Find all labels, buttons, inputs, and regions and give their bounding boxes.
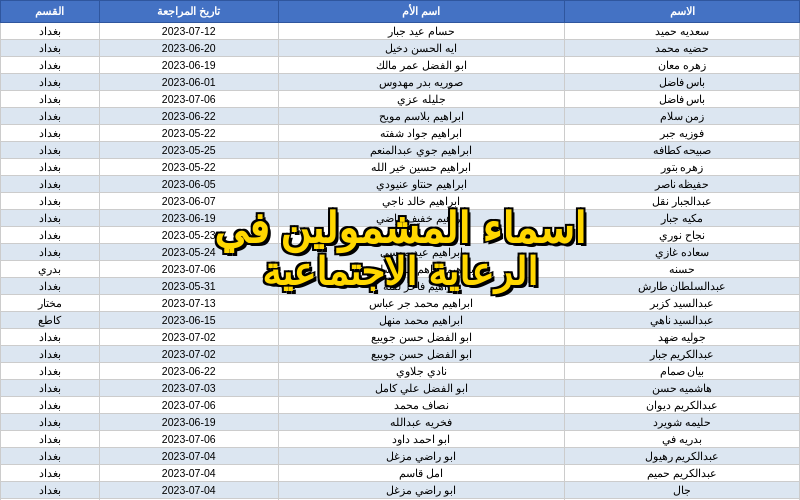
cell-mother: ابراهيم عياهم عود شلش bbox=[278, 261, 564, 278]
cell-dept: بغداد bbox=[1, 244, 100, 261]
cell-date: 2023-07-12 bbox=[99, 23, 278, 40]
table-row: عبدالكريم ديواننصاف محمد2023-07-06بغداد bbox=[1, 397, 800, 414]
cell-mother: ابراهيم محمد جر عباس bbox=[278, 295, 564, 312]
cell-mother: ابو راضي مزغل bbox=[278, 448, 564, 465]
table-row: زهره معانابو الفضل عمر مالك2023-06-19بغد… bbox=[1, 57, 800, 74]
cell-date: 2023-05-23 bbox=[99, 227, 278, 244]
cell-dept: بغداد bbox=[1, 482, 100, 499]
table-row: باس فاضلجليله عزي2023-07-06بغداد bbox=[1, 91, 800, 108]
cell-dept: بغداد bbox=[1, 142, 100, 159]
cell-mother: ابو الفضل عمر مالك bbox=[278, 57, 564, 74]
cell-name: حضيه محمد bbox=[565, 40, 800, 57]
cell-dept: بغداد bbox=[1, 465, 100, 482]
cell-date: 2023-06-22 bbox=[99, 363, 278, 380]
table-row: عبدالكريم حميمامل قاسم2023-07-04بغداد bbox=[1, 465, 800, 482]
cell-dept: بغداد bbox=[1, 57, 100, 74]
cell-date: 2023-07-06 bbox=[99, 431, 278, 448]
cell-mother: رسميه محمد bbox=[278, 227, 564, 244]
cell-mother: جليله عزي bbox=[278, 91, 564, 108]
cell-mother: ابراهيم خالد ناجي bbox=[278, 193, 564, 210]
cell-name: عبدالكريم حميم bbox=[565, 465, 800, 482]
cell-mother: ابراهيم جواد شفته bbox=[278, 125, 564, 142]
cell-date: 2023-07-04 bbox=[99, 465, 278, 482]
table-row: سعاده غازيابراهيم عيد موسى2023-05-24بغدا… bbox=[1, 244, 800, 261]
cell-date: 2023-05-22 bbox=[99, 159, 278, 176]
cell-name: بدريه في bbox=[565, 431, 800, 448]
cell-date: 2023-06-07 bbox=[99, 193, 278, 210]
cell-dept: كاطع bbox=[1, 312, 100, 329]
cell-name: جال bbox=[565, 482, 800, 499]
cell-name: بيان صمام bbox=[565, 363, 800, 380]
cell-dept: بغداد bbox=[1, 23, 100, 40]
cell-mother: حسام عيد جبار bbox=[278, 23, 564, 40]
main-container: الاسم اسم الأم تاريخ المراجعة القسم سعدي… bbox=[0, 0, 800, 500]
cell-dept: بغداد bbox=[1, 91, 100, 108]
cell-date: 2023-07-06 bbox=[99, 397, 278, 414]
cell-mother: ابراهيم حنتاو عنيودي bbox=[278, 176, 564, 193]
cell-name: باس فاضل bbox=[565, 74, 800, 91]
cell-name: عبدالسيد ناهي bbox=[565, 312, 800, 329]
col-mother-header: اسم الأم bbox=[278, 1, 564, 23]
table-row: زهره بتورابراهيم حسين خير الله2023-05-22… bbox=[1, 159, 800, 176]
cell-mother: ابراهيم حسين خير الله bbox=[278, 159, 564, 176]
table-row: حليمه شويردفخريه عبدالله2023-06-19بغداد bbox=[1, 414, 800, 431]
table-row: سعديه حميدحسام عيد جبار2023-07-12بغداد bbox=[1, 23, 800, 40]
table-row: مكيه جبارابراهيم خفيف ماضي2023-06-19بغدا… bbox=[1, 210, 800, 227]
cell-mother: ابو راضي مزغل bbox=[278, 482, 564, 499]
cell-mother: ابراهيم خفيف ماضي bbox=[278, 210, 564, 227]
cell-dept: بغداد bbox=[1, 125, 100, 142]
table-row: حفيظه ناصرابراهيم حنتاو عنيودي2023-06-05… bbox=[1, 176, 800, 193]
cell-date: 2023-06-19 bbox=[99, 210, 278, 227]
table-row: عبدالكريم رهيولابو راضي مزغل2023-07-04بغ… bbox=[1, 448, 800, 465]
cell-name: زمن سلام bbox=[565, 108, 800, 125]
cell-date: 2023-06-15 bbox=[99, 312, 278, 329]
cell-mother: ابراهيم جوي عبدالمنعم bbox=[278, 142, 564, 159]
cell-dept: بغداد bbox=[1, 363, 100, 380]
cell-name: عبدالجبار نقل bbox=[565, 193, 800, 210]
cell-name: نجاح نوري bbox=[565, 227, 800, 244]
table-row: نجاح نوريرسميه محمد2023-05-23بغداد bbox=[1, 227, 800, 244]
cell-name: عبدالكريم رهيول bbox=[565, 448, 800, 465]
cell-dept: بغداد bbox=[1, 380, 100, 397]
cell-dept: بغداد bbox=[1, 176, 100, 193]
cell-mother: ابراهيم عيد موسى bbox=[278, 244, 564, 261]
table-row: عبدالسلطان طارشابراهيم فاخر لفته2023-05-… bbox=[1, 278, 800, 295]
cell-name: فوزيه جبر bbox=[565, 125, 800, 142]
cell-date: 2023-07-03 bbox=[99, 380, 278, 397]
cell-dept: بغداد bbox=[1, 329, 100, 346]
cell-date: 2023-07-02 bbox=[99, 346, 278, 363]
cell-name: مكيه جبار bbox=[565, 210, 800, 227]
cell-date: 2023-07-04 bbox=[99, 448, 278, 465]
col-dept-header: القسم bbox=[1, 1, 100, 23]
cell-dept: بغداد bbox=[1, 414, 100, 431]
cell-mother: صوريه بدر مهدوس bbox=[278, 74, 564, 91]
data-table: الاسم اسم الأم تاريخ المراجعة القسم سعدي… bbox=[0, 0, 800, 500]
table-row: زمن سلامابراهيم بلاسم مويح2023-06-22بغدا… bbox=[1, 108, 800, 125]
cell-date: 2023-06-20 bbox=[99, 40, 278, 57]
cell-dept: بغداد bbox=[1, 74, 100, 91]
table-row: حضيه محمدايه الحسن دخيل2023-06-20بغداد bbox=[1, 40, 800, 57]
table-row: جالابو راضي مزغل2023-07-04بغداد bbox=[1, 482, 800, 499]
cell-name: زهره بتور bbox=[565, 159, 800, 176]
cell-mother: امل قاسم bbox=[278, 465, 564, 482]
cell-dept: بغداد bbox=[1, 397, 100, 414]
cell-date: 2023-07-02 bbox=[99, 329, 278, 346]
cell-name: حسنه bbox=[565, 261, 800, 278]
cell-mother: ابراهيم فاخر لفته bbox=[278, 278, 564, 295]
cell-date: 2023-05-24 bbox=[99, 244, 278, 261]
cell-mother: ابو الفضل حسن جويبع bbox=[278, 346, 564, 363]
cell-name: باس فاضل bbox=[565, 91, 800, 108]
cell-dept: بغداد bbox=[1, 227, 100, 244]
cell-name: جوليه ضهد bbox=[565, 329, 800, 346]
cell-date: 2023-06-19 bbox=[99, 414, 278, 431]
table-row: عبدالسيد كزبرابراهيم محمد جر عباس2023-07… bbox=[1, 295, 800, 312]
cell-name: سعاده غازي bbox=[565, 244, 800, 261]
cell-name: عبدالسلطان طارش bbox=[565, 278, 800, 295]
cell-dept: بغداد bbox=[1, 448, 100, 465]
cell-mother: فخريه عبدالله bbox=[278, 414, 564, 431]
cell-date: 2023-06-22 bbox=[99, 108, 278, 125]
cell-dept: بغداد bbox=[1, 159, 100, 176]
table-row: صبيحه كطافهابراهيم جوي عبدالمنعم2023-05-… bbox=[1, 142, 800, 159]
cell-date: 2023-05-22 bbox=[99, 125, 278, 142]
cell-date: 2023-06-05 bbox=[99, 176, 278, 193]
